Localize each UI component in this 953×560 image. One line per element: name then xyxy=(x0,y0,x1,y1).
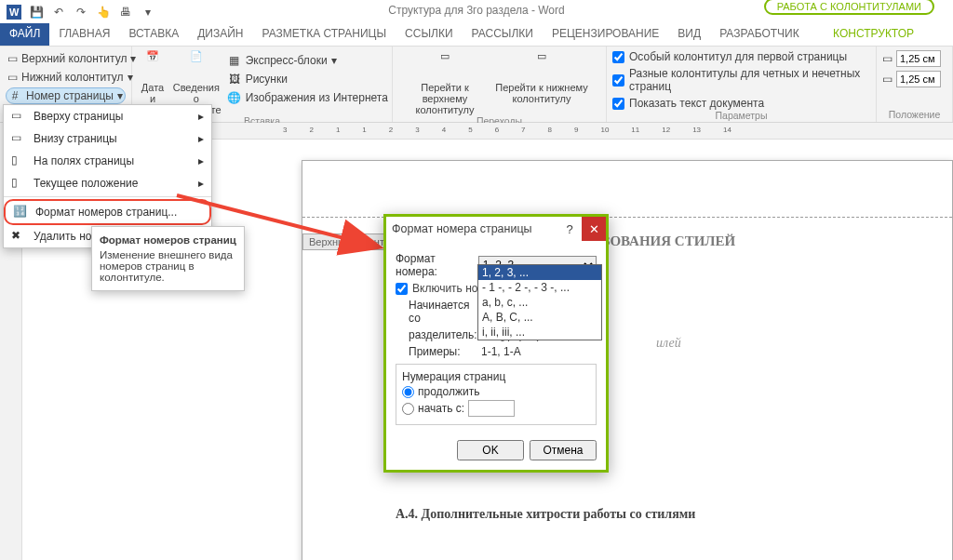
cancel-button[interactable]: Отмена xyxy=(530,440,597,460)
svg-text:W: W xyxy=(9,7,20,18)
footer-dropdown[interactable]: ▭Нижний колонтитул ▾ xyxy=(6,69,126,86)
tooltip-title: Формат номеров страниц xyxy=(100,234,236,246)
continue-label: продолжить xyxy=(418,385,479,398)
calendar-icon: 📅 xyxy=(138,50,168,80)
ribbon-group-options: Особый колонтитул для первой страницы Ра… xyxy=(607,47,877,122)
footer-label: Нижний колонтитул xyxy=(21,71,124,84)
tab-review[interactable]: РЕЦЕНЗИРОВАНИЕ xyxy=(543,23,668,46)
examples-value: 1-1, 1-A xyxy=(481,345,521,358)
tooltip-body: Изменение внешнего вида номеров страниц … xyxy=(100,249,236,283)
startat-label: начать с: xyxy=(418,402,464,415)
numbering-fieldset: Нумерация страниц продолжить начать с: xyxy=(396,364,597,425)
page-number-dropdown[interactable]: #Номер страницы ▾ xyxy=(6,87,126,104)
combo-option[interactable]: 1, 2, 3, ... xyxy=(478,265,601,280)
numbering-legend: Нумерация страниц xyxy=(402,370,590,383)
tooltip: Формат номеров страниц Изменение внешнег… xyxy=(91,226,245,291)
touch-mode-icon[interactable]: 👆 xyxy=(95,4,112,20)
redo-icon[interactable]: ↷ xyxy=(73,4,89,20)
goto-header-label: Перейти к верхнему колонтитулу xyxy=(398,82,491,115)
header-from-top-field[interactable]: ▭ xyxy=(882,50,946,67)
close-button[interactable]: ✕ xyxy=(582,217,606,241)
combo-option[interactable]: a, b, c, ... xyxy=(478,295,601,310)
menu-page-margins[interactable]: ▯На полях страницы▸ xyxy=(4,150,211,172)
menu-label: На полях страницы xyxy=(34,154,134,167)
menu-format-page-numbers[interactable]: 🔢Формат номеров страниц... xyxy=(4,199,211,225)
footer-from-bottom-field[interactable]: ▭ xyxy=(882,71,946,87)
pictures-button[interactable]: 🖼Рисунки xyxy=(225,71,390,87)
header-dropdown[interactable]: ▭Верхний колонтитул ▾ xyxy=(6,50,126,67)
help-button[interactable]: ? xyxy=(557,217,582,241)
examples-label: Примеры: xyxy=(396,345,476,358)
menu-bottom-of-page[interactable]: ▭Внизу страницы▸ xyxy=(4,127,211,150)
pictures-label: Рисунки xyxy=(246,73,288,86)
header-pos-icon: ▭ xyxy=(882,52,893,65)
goto-footer-icon: ▭ xyxy=(527,50,557,80)
remove-icon: ✖ xyxy=(11,229,26,244)
continue-radio[interactable]: продолжить xyxy=(402,385,590,398)
page-number-label: Номер страницы xyxy=(26,89,114,102)
header-pos-input[interactable] xyxy=(896,50,941,67)
start-at-input[interactable] xyxy=(468,400,515,417)
undo-icon[interactable]: ↶ xyxy=(50,4,67,20)
doc-icon: ▭ xyxy=(11,131,26,146)
online-pictures-button[interactable]: 🌐Изображения из Интернета xyxy=(225,89,390,106)
tab-file[interactable]: ФАЙЛ xyxy=(0,23,49,46)
menu-top-of-page[interactable]: ▭Вверху страницы▸ xyxy=(4,105,211,127)
docinfo-icon: 📄 xyxy=(181,50,211,80)
tab-design[interactable]: ДИЗАЙН xyxy=(188,23,252,46)
tab-layout[interactable]: РАЗМЕТКА СТРАНИЦЫ xyxy=(253,23,396,46)
footer-icon: ▭ xyxy=(7,70,18,85)
firstpage-label: Особый колонтитул для первой страницы xyxy=(629,50,847,63)
tab-developer[interactable]: РАЗРАБОТЧИК xyxy=(710,23,809,46)
oddeven-label: Разные колонтитулы для четных и нечетных… xyxy=(629,67,870,93)
tab-mailings[interactable]: РАССЫЛКИ xyxy=(463,23,543,46)
tab-home[interactable]: ГЛАВНАЯ xyxy=(49,23,119,46)
contextual-group-label: РАБОТА С КОЛОНТИТУЛАМИ xyxy=(772,1,927,12)
start-at-radio[interactable]: начать с: xyxy=(402,400,590,417)
titlebar: W 💾 ↶ ↷ 👆 🖶 ▾ Структура для 3го раздела … xyxy=(0,0,953,23)
ribbon-group-nav: ▭Перейти к верхнему колонтитулу ▭Перейти… xyxy=(393,47,607,122)
onlinepics-label: Изображения из Интернета xyxy=(246,91,388,104)
format-icon: 🔢 xyxy=(13,205,28,220)
combo-option[interactable]: i, ii, iii, ... xyxy=(478,325,601,340)
page-number-icon: # xyxy=(7,88,22,103)
save-icon[interactable]: 💾 xyxy=(28,4,45,20)
showdoc-label: Показать текст документа xyxy=(629,97,764,110)
menu-label: Вверху страницы xyxy=(34,110,123,123)
tab-view[interactable]: ВИД xyxy=(668,23,710,46)
header-label: Верхний колонтитул xyxy=(21,52,127,65)
footer-pos-input[interactable] xyxy=(896,71,941,87)
format-label: Формат номера: xyxy=(396,252,473,278)
format-page-number-dialog: Формат номера страницы ? ✕ Формат номера… xyxy=(383,214,609,473)
ribbon-group-position: ▭ ▭ Положение xyxy=(877,47,953,122)
quick-access-toolbar: W 💾 ↶ ↷ 👆 🖶 ▾ xyxy=(0,2,162,22)
menu-current-position[interactable]: ▯Текущее положение▸ xyxy=(4,172,211,194)
word-icon: W xyxy=(6,4,22,20)
quick-parts-button[interactable]: ▦Экспресс-блоки ▾ xyxy=(225,52,390,69)
menu-label: Внизу страницы xyxy=(34,132,117,145)
ok-button[interactable]: OK xyxy=(457,440,524,460)
ribbon-tabs: ФАЙЛ ГЛАВНАЯ ВСТАВКА ДИЗАЙН РАЗМЕТКА СТР… xyxy=(0,23,953,47)
picture-icon: 🖼 xyxy=(227,72,242,87)
quickparts-icon: ▦ xyxy=(227,53,242,68)
combo-option[interactable]: A, B, C, ... xyxy=(478,310,601,325)
heading-a4: А.4. Дополнительные хитрости работы со с… xyxy=(396,507,695,522)
first-page-checkbox[interactable]: Особый колонтитул для первой страницы xyxy=(612,50,870,63)
starts-with-label: Начинается со xyxy=(396,299,476,325)
show-doc-checkbox[interactable]: Показать текст документа xyxy=(612,97,870,110)
print-icon[interactable]: 🖶 xyxy=(117,4,134,20)
tab-konstruktor[interactable]: КОНСТРУКТОР xyxy=(824,23,923,46)
contextual-tab-group: РАБОТА С КОЛОНТИТУЛАМИ xyxy=(764,0,934,15)
format-combo-list: 1, 2, 3, ... - 1 -, - 2 -, - 3 -, ... a,… xyxy=(477,264,602,340)
include-chapter-label: Включить ном xyxy=(412,282,486,295)
tab-references[interactable]: ССЫЛКИ xyxy=(396,23,462,46)
goto-header-button[interactable]: ▭Перейти к верхнему колонтитулу xyxy=(398,50,491,115)
tab-insert[interactable]: ВСТАВКА xyxy=(119,23,188,46)
odd-even-checkbox[interactable]: Разные колонтитулы для четных и нечетных… xyxy=(612,67,870,93)
qat-more-icon[interactable]: ▾ xyxy=(140,4,156,20)
goto-footer-button[interactable]: ▭Перейти к нижнему колонтитулу xyxy=(495,50,588,115)
menu-label: Текущее положение xyxy=(34,177,138,190)
doc-icon: ▯ xyxy=(11,153,26,168)
quickparts-label: Экспресс-блоки xyxy=(246,54,328,67)
combo-option[interactable]: - 1 -, - 2 -, - 3 -, ... xyxy=(478,280,601,295)
